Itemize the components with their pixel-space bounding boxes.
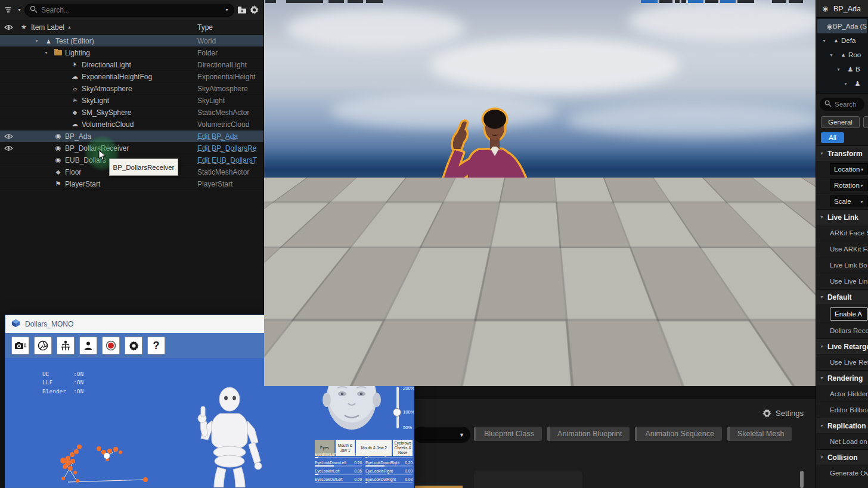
table-row[interactable]: ▼ DirectionalLight DirectionalLight [0, 59, 264, 71]
exit-icon[interactable] [389, 335, 408, 356]
details-row[interactable]: ▼ ARKit Face S ▼ [816, 225, 868, 241]
shutter-icon[interactable] [34, 337, 52, 355]
details-row[interactable]: ▼ Net Load on ▼ [816, 433, 868, 449]
gear-icon[interactable] [125, 337, 142, 355]
chevron-down-icon[interactable]: ▼ [820, 215, 824, 219]
transform-dropdown[interactable]: Scale ▼ [830, 195, 868, 207]
slider-handle[interactable] [393, 408, 401, 416]
tab-fragment[interactable] [863, 116, 868, 128]
eye-icon[interactable] [0, 145, 17, 151]
asset-tile[interactable] [474, 471, 582, 488]
details-row[interactable]: ▼ Editor Billboa ▼ [816, 402, 868, 418]
details-row[interactable]: ▼ Generate Ov ▼ [816, 465, 868, 481]
component-tree-row[interactable]: ▼ B [816, 62, 868, 76]
details-row[interactable]: ▼ Use ARKit Fa ▼ [816, 241, 868, 257]
close-button[interactable]: ✕ [391, 316, 413, 332]
table-row[interactable]: ▼ PlayerStart PlayerStart [0, 178, 264, 190]
details-row[interactable]: ▼ Location ▼ [816, 161, 868, 177]
chevron-down-icon[interactable]: ▼ [820, 455, 824, 459]
chevron-down-icon[interactable]: ▼ [820, 295, 824, 299]
enable-button[interactable]: Enable A [830, 307, 868, 321]
details-row[interactable]: ▼ Collision ▼ [816, 449, 868, 465]
dominant-eye-select[interactable]: None ▼ [379, 374, 408, 383]
asset-filter-pill[interactable]: Blueprint Class [474, 427, 542, 441]
chevron-down-icon[interactable]: ▼ [820, 344, 824, 349]
chevron-down-icon[interactable]: ▼ [17, 8, 21, 12]
filter-icon[interactable] [5, 7, 14, 14]
details-row[interactable]: ▼ Actor Hidden ▼ [816, 386, 868, 402]
expand-arrow-icon[interactable]: ▼ [836, 67, 845, 72]
component-tree-row[interactable]: ▼ Roo [816, 48, 868, 62]
window-titlebar[interactable]: Dollars_MONO — ▢ ✕ [5, 315, 414, 333]
expand-arrow-icon[interactable]: ▼ [35, 39, 44, 43]
star-icon[interactable]: ★ [17, 23, 31, 31]
table-row[interactable]: ▼ SkyAtmosphere SkyAtmosphere [0, 83, 264, 95]
table-row[interactable]: ▼ SM_SkySphere StaticMeshActor [0, 107, 264, 119]
mocap-icon[interactable] [57, 337, 75, 355]
table-row[interactable]: ▼ BP_Ada Edit BP_Ada [0, 130, 264, 142]
minimize-button[interactable]: — [339, 316, 360, 332]
table-row[interactable]: ▼ SkyLight SkyLight [0, 95, 264, 107]
settings-button[interactable]: Settings [762, 409, 804, 418]
add-folder-icon[interactable] [237, 6, 247, 14]
details-row[interactable]: ▼ Live Retarget ▼ [816, 338, 868, 354]
table-row[interactable]: ▼ Lighting Folder [0, 47, 264, 59]
help-icon[interactable]: ? [147, 337, 165, 355]
gear-icon[interactable] [250, 5, 259, 14]
details-row[interactable]: ▼ Live Link Bo ▼ [816, 257, 868, 273]
details-row[interactable]: ▼ Rotation ▼ [816, 177, 868, 193]
transform-dropdown[interactable]: Rotation ▼ [830, 179, 868, 191]
blendshape-name: EyeLookDownLeft [315, 461, 346, 465]
edit-blueprint-link[interactable]: Edit BP_DollarsRe [197, 144, 256, 153]
details-search-input[interactable]: Search [820, 98, 864, 111]
chevron-down-icon[interactable]: ▼ [820, 376, 824, 380]
edit-blueprint-link[interactable]: Edit EUB_DollarsT [197, 156, 257, 164]
details-row[interactable]: ▼ Use Live Reta ▼ [816, 354, 868, 370]
tab-all[interactable]: All [821, 132, 844, 143]
content-browser-search-dropdown[interactable]: ▼ [413, 427, 470, 443]
table-row[interactable]: ▼ BP_DollarsReceiver Edit BP_DollarsRe [0, 142, 264, 154]
asset-filter-pill[interactable]: Animation Blueprint [547, 427, 630, 441]
component-tree-row[interactable]: ▼ [816, 76, 868, 91]
property-label: Dollars Recei [830, 327, 868, 334]
component-tree-row[interactable]: ▼ Defa [816, 33, 868, 48]
person-icon[interactable] [79, 337, 97, 355]
chevron-down-icon[interactable]: ▼ [225, 8, 229, 12]
outliner-search-input[interactable]: Search... ▼ [24, 4, 234, 17]
details-row[interactable]: ▼ Replication ▼ [816, 418, 868, 433]
expand-arrow-icon[interactable]: ▼ [822, 39, 831, 43]
table-row[interactable]: ▼ ExponentialHeightFog ExponentialHeight [0, 71, 264, 83]
asset-filter-pill[interactable]: Animation Sequence [635, 427, 721, 441]
camera-icon[interactable] [11, 337, 29, 355]
column-type[interactable]: Type [197, 23, 264, 32]
tab-general[interactable]: General [821, 116, 860, 128]
table-row[interactable]: ▼ VolumetricCloud VolumetricCloud [0, 119, 264, 130]
eye-icon[interactable] [0, 133, 17, 139]
details-row[interactable]: ▼ Rendering ▼ [816, 370, 868, 386]
component-tree-row[interactable]: ▼ BP_Ada (S [817, 19, 867, 33]
dollars-viewport[interactable]: UE:ONLLF:ONBlender:ON [5, 358, 414, 487]
chevron-down-icon[interactable]: ▼ [820, 151, 824, 156]
asset-filter-pill[interactable]: Skeletal Mesh [727, 427, 792, 441]
maximize-button[interactable]: ▢ [365, 316, 386, 332]
table-row[interactable]: ▼ Test (Editor) World [0, 35, 264, 47]
fog-icon [70, 73, 80, 81]
details-row[interactable]: ▼ Default ▼ [816, 289, 868, 304]
details-row[interactable]: ▼ Scale ▼ [816, 193, 868, 209]
record-icon[interactable] [102, 337, 120, 355]
transform-dropdown[interactable]: Location ▼ [830, 163, 868, 175]
column-item-label[interactable]: Item Label ▲ [31, 23, 197, 32]
details-row[interactable]: ▼ ▼ Enable A [816, 304, 868, 322]
expand-arrow-icon[interactable]: ▼ [844, 82, 852, 86]
details-row[interactable]: ▼ Dollars Recei ▼ [816, 322, 868, 338]
details-row[interactable]: ▼ Live Link ▼ [816, 209, 868, 225]
eye-icon[interactable] [0, 24, 17, 30]
details-row[interactable]: ▼ Transform ▼ [816, 145, 868, 161]
expand-arrow-icon[interactable]: ▼ [44, 51, 53, 55]
details-row[interactable]: ▼ Use Live Link ▼ [816, 273, 868, 289]
chevron-down-icon[interactable]: ▼ [820, 424, 824, 428]
expand-arrow-icon[interactable]: ▼ [829, 53, 838, 57]
zoom-slider[interactable] [396, 387, 399, 428]
scrollbar[interactable] [800, 471, 804, 488]
edit-blueprint-link[interactable]: Edit BP_Ada [197, 132, 238, 141]
